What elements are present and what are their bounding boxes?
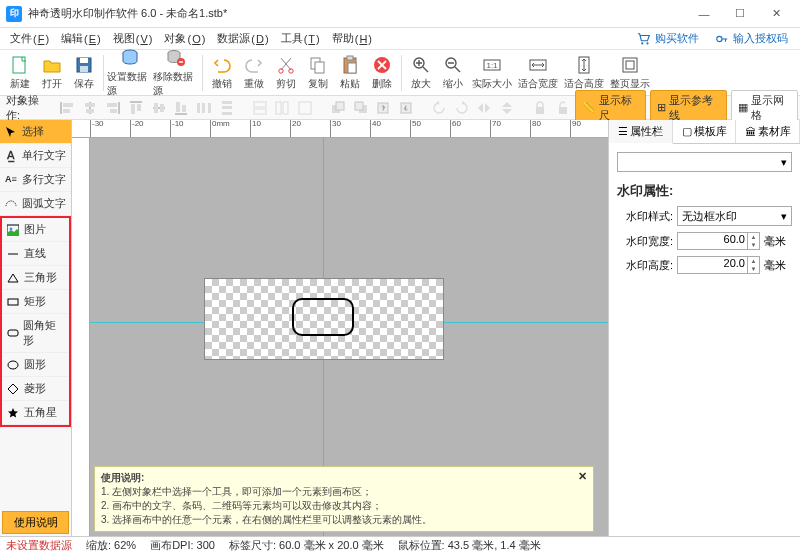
tool-triangle[interactable]: 三角形 — [2, 266, 69, 290]
tool-line[interactable]: 直线 — [2, 242, 69, 266]
prop-height-label: 水印高度: — [617, 258, 673, 273]
svg-rect-32 — [118, 102, 120, 114]
roundrect-icon — [6, 326, 19, 340]
tool-star[interactable]: 五角星 — [2, 401, 69, 425]
distribute-h-icon[interactable] — [194, 98, 215, 118]
svg-rect-53 — [283, 102, 288, 114]
usage-tip-box: ✕ 使用说明: 1. 左侧对象栏中选择一个工具，即可添加一个元素到画布区； 2.… — [94, 466, 594, 532]
grid-icon: ▦ — [738, 101, 748, 114]
svg-rect-41 — [175, 113, 187, 115]
viewport[interactable]: ✕ 使用说明: 1. 左侧对象栏中选择一个工具，即可添加一个元素到画布区； 2.… — [90, 138, 608, 536]
fit-height-button[interactable]: 适合高度 — [561, 52, 607, 93]
undo-button[interactable]: 撤销 — [206, 52, 238, 93]
separator — [401, 55, 402, 91]
ruler-tick: -10 — [170, 120, 184, 138]
copy-button[interactable]: 复制 — [302, 52, 334, 93]
element-selector-combo[interactable]: ▾ — [617, 152, 792, 172]
ruler-tick: 50 — [410, 120, 421, 138]
flip-v-icon[interactable] — [497, 98, 518, 118]
close-button[interactable]: ✕ — [758, 3, 794, 25]
cart-icon — [637, 32, 651, 46]
align-center-h-icon[interactable] — [80, 98, 101, 118]
bring-front-icon[interactable] — [327, 98, 348, 118]
align-center-v-icon[interactable] — [148, 98, 169, 118]
tab-templates[interactable]: ▢模板库 — [673, 120, 737, 143]
tool-select[interactable]: 选择 — [0, 120, 71, 144]
tool-multi-text[interactable]: A≡多行文字 — [0, 168, 71, 192]
zoom-in-button[interactable]: 放大 — [405, 52, 437, 93]
flip-h-icon[interactable] — [474, 98, 495, 118]
svg-rect-62 — [559, 107, 567, 114]
send-back-icon[interactable] — [350, 98, 371, 118]
same-width-icon[interactable] — [249, 98, 270, 118]
tab-properties[interactable]: ☰属性栏 — [609, 120, 673, 144]
full-page-button[interactable]: 整页显示 — [607, 52, 653, 93]
menu-edit[interactable]: 编辑(E) — [55, 29, 107, 48]
align-top-icon[interactable] — [125, 98, 146, 118]
remove-datasource-button[interactable]: 移除数据源 — [153, 45, 199, 100]
tool-image[interactable]: 图片 — [2, 218, 69, 242]
tool-arc-text[interactable]: 圆弧文字 — [0, 192, 71, 216]
actual-size-button[interactable]: 1:1实际大小 — [469, 52, 515, 93]
ruler-tick: 10 — [250, 120, 261, 138]
buy-software-label: 购买软件 — [655, 31, 699, 46]
save-button[interactable]: 保存 — [68, 52, 100, 93]
same-size-icon[interactable] — [295, 98, 316, 118]
prop-height-input[interactable]: 20.0▲▼ — [677, 256, 760, 274]
window-title: 神奇透明水印制作软件 6.0 - 未命名1.stb* — [28, 6, 686, 21]
open-button[interactable]: 打开 — [36, 52, 68, 93]
minimize-button[interactable]: — — [686, 3, 722, 25]
set-datasource-button[interactable]: 设置数据源 — [107, 45, 153, 100]
rotate-right-icon[interactable] — [451, 98, 472, 118]
lock-icon[interactable] — [529, 98, 550, 118]
maximize-button[interactable]: ☐ — [722, 3, 758, 25]
star-icon — [6, 406, 20, 420]
enter-license-link[interactable]: 输入授权码 — [707, 31, 796, 46]
prop-width-input[interactable]: 60.0▲▼ — [677, 232, 760, 250]
svg-rect-16 — [348, 63, 356, 73]
menu-file[interactable]: 文件(F) — [4, 29, 55, 48]
menu-help[interactable]: 帮助(H) — [326, 29, 378, 48]
send-backward-icon[interactable] — [396, 98, 417, 118]
properties-panel: ☰属性栏 ▢模板库 🏛素材库 ▾ 水印属性: 水印样式: 无边框水印▾ 水印宽度… — [608, 120, 800, 536]
ruler-tick: 60 — [450, 120, 461, 138]
status-datasource: 未设置数据源 — [6, 538, 72, 553]
distribute-v-icon[interactable] — [217, 98, 238, 118]
align-right-icon[interactable] — [102, 98, 123, 118]
tool-rect[interactable]: 矩形 — [2, 290, 69, 314]
buy-software-link[interactable]: 购买软件 — [629, 31, 707, 46]
rotate-left-icon[interactable] — [428, 98, 449, 118]
menu-tools[interactable]: 工具(T) — [275, 29, 326, 48]
delete-button[interactable]: 删除 — [366, 52, 398, 93]
svg-rect-24 — [623, 58, 637, 72]
ruler-tick: -20 — [130, 120, 144, 138]
usage-help-button[interactable]: 使用说明 — [2, 511, 69, 534]
align-left-icon[interactable] — [57, 98, 78, 118]
ruler-horizontal[interactable]: -30 -20 -10 0mm 10 20 30 40 50 60 70 80 … — [72, 120, 608, 138]
cut-button[interactable]: 剪切 — [270, 52, 302, 93]
prop-style-row: 水印样式: 无边框水印▾ — [617, 206, 792, 226]
bring-forward-icon[interactable] — [373, 98, 394, 118]
tool-diamond[interactable]: 菱形 — [2, 377, 69, 401]
fit-width-button[interactable]: 适合宽度 — [515, 52, 561, 93]
zoom-out-button[interactable]: 缩小 — [437, 52, 469, 93]
tip-close-button[interactable]: ✕ — [575, 469, 589, 483]
align-bottom-icon[interactable] — [171, 98, 192, 118]
paste-button[interactable]: 粘贴 — [334, 52, 366, 93]
same-height-icon[interactable] — [272, 98, 293, 118]
ruler-vertical[interactable] — [72, 138, 90, 536]
svg-point-2 — [717, 36, 722, 41]
app-icon: 印 — [6, 6, 22, 22]
selected-roundrect-shape[interactable] — [292, 298, 354, 336]
tool-ellipse[interactable]: 圆形 — [2, 353, 69, 377]
redo-button[interactable]: 重做 — [238, 52, 270, 93]
tab-assets[interactable]: 🏛素材库 — [736, 120, 800, 143]
tool-single-text[interactable]: A̲单行文字 — [0, 144, 71, 168]
new-button[interactable]: 新建 — [4, 52, 36, 93]
key-icon — [715, 32, 729, 46]
menu-datasource[interactable]: 数据源(D) — [211, 29, 274, 48]
unlock-icon[interactable] — [552, 98, 573, 118]
tool-roundrect[interactable]: 圆角矩形 — [2, 314, 69, 353]
prop-style-combo[interactable]: 无边框水印▾ — [677, 206, 792, 226]
prop-width-label: 水印宽度: — [617, 234, 673, 249]
